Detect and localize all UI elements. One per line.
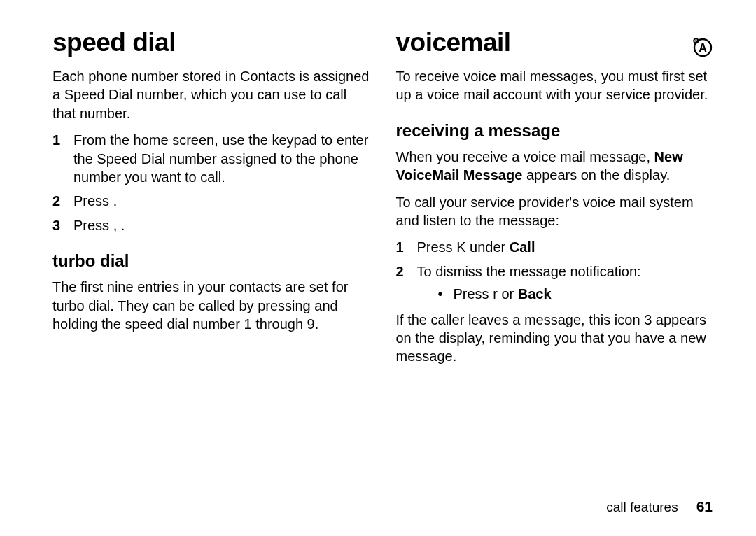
tocall-text: To call your service provider's voice ma… [396, 193, 715, 230]
two-column-layout: speed dial Each phone number stored in C… [52, 28, 714, 374]
manual-page: speed dial Each phone number stored in C… [0, 0, 756, 536]
vm-bullet-prefix: Press r or [454, 286, 518, 302]
voicemail-intro: To receive voice mail messages, you must… [396, 67, 715, 104]
after-text: If the caller leaves a message, this ico… [396, 311, 715, 366]
vm-step1-prefix: Press K under [417, 239, 510, 255]
step-1: From the home screen, use the keypad to … [52, 131, 371, 186]
speed-dial-steps: From the home screen, use the keypad to … [52, 131, 371, 234]
svg-text:A: A [699, 42, 707, 54]
vm-bullet-bold: Back [518, 286, 552, 302]
heading-receiving: receiving a message [396, 121, 715, 141]
message-icon: 3 [644, 312, 652, 327]
recv-prefix: When you receive a voice mail message, [396, 149, 654, 164]
step-3: Press , . [52, 216, 371, 234]
right-column: voicemail A To receive voice mail messag… [396, 28, 715, 374]
footer-page-number: 61 [696, 498, 713, 515]
step-2: Press . [52, 192, 371, 210]
vm-bullet-1: Press r or Back [438, 285, 715, 303]
left-column: speed dial Each phone number stored in C… [52, 28, 371, 374]
voicemail-steps: Press K under Call To dismiss the messag… [396, 238, 715, 303]
page-footer: call features 61 [606, 498, 713, 515]
heading-speed-dial: speed dial [52, 28, 371, 57]
vm-step2-bullets: Press r or Back [417, 285, 715, 303]
vm-step2-text: To dismiss the message notification: [417, 264, 641, 279]
voicemail-icon: A [692, 36, 714, 59]
vm-step-1: Press K under Call [396, 238, 715, 256]
receiving-text: When you receive a voice mail message, N… [396, 148, 715, 185]
turbo-dial-text: The first nine entries in your contacts … [52, 278, 371, 333]
vm-step-2: To dismiss the message notification: Pre… [396, 262, 715, 304]
footer-section: call features [606, 500, 678, 515]
heading-voicemail: voicemail [396, 28, 511, 57]
speed-dial-intro: Each phone number stored in Contacts is … [52, 67, 371, 122]
vm-step1-bold: Call [510, 239, 536, 255]
voicemail-heading-row: voicemail A [396, 28, 715, 67]
heading-turbo-dial: turbo dial [52, 251, 371, 271]
after-prefix: If the caller leaves a message, this ico… [396, 312, 645, 327]
recv-suffix: appears on the display. [522, 167, 670, 183]
